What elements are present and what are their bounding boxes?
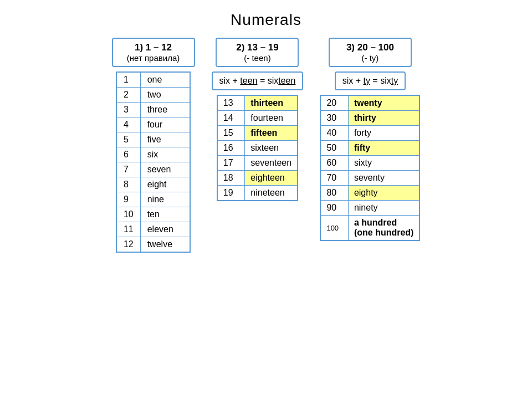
number-cell: 50 — [320, 141, 348, 156]
table-row: 11eleven — [116, 222, 190, 237]
number-cell: 80 — [320, 186, 348, 201]
table-row: 100a hundred(one hundred) — [320, 216, 420, 241]
section-2-header-line2: (- teen) — [223, 53, 291, 63]
word-cell: six — [140, 147, 190, 162]
table-row: 17seventeen — [217, 156, 298, 171]
number-cell: 8 — [116, 177, 140, 192]
number-cell: 10 — [116, 207, 140, 222]
section-2-example: six + teen = sixteen — [212, 71, 304, 90]
number-cell: 15 — [217, 126, 245, 141]
section-1-header-line1: 1) 1 – 12 — [120, 42, 187, 53]
word-cell: seventy — [348, 171, 420, 186]
word-cell: thirty — [348, 111, 420, 126]
table-row: 15fifteen — [217, 126, 298, 141]
table-row: 2two — [116, 88, 190, 103]
table-row: 19nineteen — [217, 186, 298, 201]
word-cell: seventeen — [245, 156, 298, 171]
number-cell: 60 — [320, 156, 348, 171]
table-row: 80eighty — [320, 186, 420, 201]
table-row: 5five — [116, 132, 190, 147]
number-cell: 12 — [116, 237, 140, 253]
number-cell: 18 — [217, 171, 245, 186]
table-row: 10ten — [116, 207, 190, 222]
table-row: 30thirty — [320, 111, 420, 126]
section-2-example-text: six + teen = sixteen — [219, 76, 296, 85]
word-cell: ten — [140, 207, 190, 222]
number-cell: 90 — [320, 201, 348, 216]
table-row: 50fifty — [320, 141, 420, 156]
section-3-header-line2: (- ty) — [336, 53, 404, 63]
word-cell: ninety — [348, 201, 420, 216]
word-cell: sixteen — [245, 141, 298, 156]
table-row: 14fourteen — [217, 111, 298, 126]
table-row: 12twelve — [116, 237, 190, 253]
section-2-header-line1: 2) 13 – 19 — [223, 42, 291, 53]
section-3-header-line1: 3) 20 – 100 — [336, 42, 404, 53]
section-1-table: 1one2two3three4four5five6six7seven8eight… — [116, 71, 191, 253]
table-row: 40forty — [320, 126, 420, 141]
number-cell: 2 — [116, 88, 140, 103]
word-cell: eleven — [140, 222, 190, 237]
word-cell: twelve — [140, 237, 190, 253]
table-row: 3three — [116, 103, 190, 117]
number-cell: 7 — [116, 162, 140, 177]
word-cell: sixty — [348, 156, 420, 171]
word-cell: two — [140, 88, 190, 103]
section-2-table: 13thirteen14fourteen15fifteen16sixteen17… — [217, 95, 298, 201]
number-cell: 20 — [320, 95, 348, 111]
word-cell: four — [140, 117, 190, 132]
table-row: 18eighteen — [217, 171, 298, 186]
number-cell: 100 — [320, 216, 348, 241]
section-3-header: 3) 20 – 100 (- ty) — [329, 38, 412, 67]
word-cell: three — [140, 103, 190, 117]
word-cell: eighty — [348, 186, 420, 201]
number-cell: 5 — [116, 132, 140, 147]
number-cell: 19 — [217, 186, 245, 201]
table-row: 7seven — [116, 162, 190, 177]
word-cell: fourteen — [245, 111, 298, 126]
number-cell: 9 — [116, 192, 140, 207]
word-cell: forty — [348, 126, 420, 141]
word-cell: fifty — [348, 141, 420, 156]
table-row: 9nine — [116, 192, 190, 207]
word-cell: nineteen — [245, 186, 298, 201]
section-1: 1) 1 – 12 (нет правила) 1one2two3three4f… — [112, 38, 195, 253]
table-row: 1one — [116, 72, 190, 88]
section-2: 2) 13 – 19 (- teen) six + teen = sixteen… — [212, 38, 304, 201]
table-row: 13thirteen — [217, 95, 298, 111]
number-cell: 13 — [217, 95, 245, 111]
word-cell: eight — [140, 177, 190, 192]
word-cell: one — [140, 72, 190, 88]
table-row: 20twenty — [320, 95, 420, 111]
word-cell: five — [140, 132, 190, 147]
section-3: 3) 20 – 100 (- ty) six + ty = sixty 20tw… — [320, 38, 420, 241]
number-cell: 3 — [116, 103, 140, 117]
page-title: Numerals — [231, 11, 301, 29]
section-2-header: 2) 13 – 19 (- teen) — [216, 38, 299, 67]
table-row: 16sixteen — [217, 141, 298, 156]
word-cell: seven — [140, 162, 190, 177]
word-cell: nine — [140, 192, 190, 207]
number-cell: 30 — [320, 111, 348, 126]
number-cell: 40 — [320, 126, 348, 141]
table-row: 4four — [116, 117, 190, 132]
table-row: 60sixty — [320, 156, 420, 171]
word-cell: fifteen — [245, 126, 298, 141]
number-cell: 16 — [217, 141, 245, 156]
table-row: 90ninety — [320, 201, 420, 216]
word-cell: eighteen — [245, 171, 298, 186]
section-1-header-line2: (нет правила) — [120, 53, 187, 63]
section-3-example: six + ty = sixty — [335, 71, 406, 90]
word-cell: thirteen — [245, 95, 298, 111]
table-row: 8eight — [116, 177, 190, 192]
number-cell: 11 — [116, 222, 140, 237]
section-3-table: 20twenty30thirty40forty50fifty60sixty70s… — [320, 95, 420, 241]
word-cell: a hundred(one hundred) — [348, 216, 420, 241]
number-cell: 1 — [116, 72, 140, 88]
table-row: 6six — [116, 147, 190, 162]
table-row: 70seventy — [320, 171, 420, 186]
section-3-example-text: six + ty = sixty — [342, 76, 398, 85]
main-columns: 1) 1 – 12 (нет правила) 1one2two3three4f… — [11, 38, 521, 253]
number-cell: 4 — [116, 117, 140, 132]
section-1-header: 1) 1 – 12 (нет правила) — [112, 38, 195, 67]
